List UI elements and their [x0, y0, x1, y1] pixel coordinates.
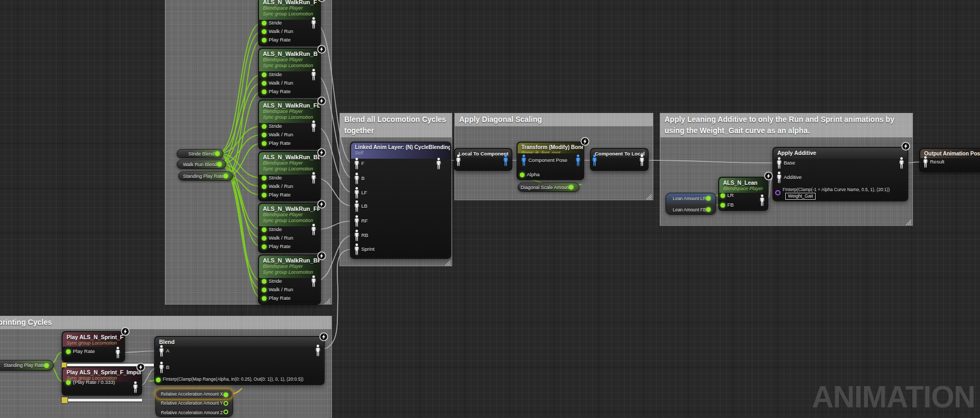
node-header: ALS_N_WalkRun_FRBlendspace PlayerSync gr…	[259, 204, 320, 226]
pose-pin-icon[interactable]	[311, 17, 317, 31]
pose-pin-icon[interactable]	[311, 172, 317, 186]
variable-row[interactable]: Relative Acceleration Amount Y	[156, 399, 232, 408]
pose-pin-icon[interactable]	[132, 381, 138, 395]
float-pin[interactable]	[66, 380, 71, 385]
float-pin[interactable]	[262, 296, 267, 301]
float-pin[interactable]	[217, 162, 222, 167]
pose-pin-icon[interactable]	[159, 345, 164, 359]
float-pin[interactable]	[262, 176, 267, 181]
float-pin[interactable]	[262, 21, 267, 26]
component-pose-pin-icon[interactable]	[503, 154, 509, 168]
node-subtitle: Sync group Locomotion	[259, 166, 320, 172]
component-pose-pin-icon[interactable]	[521, 154, 527, 168]
pin-label: Stride	[269, 20, 282, 26]
pose-pin-icon[interactable]	[115, 347, 121, 360]
float-pin[interactable]	[262, 141, 267, 146]
pulse-badge	[317, 148, 326, 157]
pose-pin-icon[interactable]	[923, 156, 928, 170]
variable-row[interactable]: Relative Acceleration Amount X	[156, 389, 232, 399]
float-pin[interactable]	[262, 193, 267, 198]
node-title: Blend	[155, 337, 323, 345]
float-pin[interactable]	[156, 378, 161, 382]
node-subtitle: Sync group Locomotion	[259, 218, 320, 224]
pin-label: B	[361, 175, 364, 181]
component-pose-pin-icon[interactable]	[592, 154, 597, 168]
node-subtitle: Sync group Locomotion	[259, 269, 320, 275]
variable-row[interactable]: Relative Acceleration Amount Z	[156, 408, 232, 417]
pulse-badge	[764, 171, 773, 181]
float-pin[interactable]	[520, 173, 525, 177]
pose-pin-icon[interactable]	[639, 154, 645, 168]
float-pin[interactable]	[569, 185, 574, 190]
pose-pin-icon[interactable]	[311, 120, 317, 134]
float-pin[interactable]	[262, 38, 267, 43]
float-pin[interactable]	[262, 227, 267, 232]
pose-pin-icon[interactable]	[354, 230, 360, 243]
node-title: Output Animation Pose	[920, 149, 980, 157]
pulse-badge	[317, 0, 326, 2]
float-pin[interactable]	[262, 288, 267, 292]
float-pin[interactable]	[262, 29, 267, 34]
float-pin[interactable]	[706, 196, 711, 201]
float-pin[interactable]	[223, 392, 228, 397]
pose-pin-icon[interactable]	[311, 224, 317, 237]
alpha-pin[interactable]	[775, 190, 780, 195]
pose-pin-icon[interactable]	[354, 158, 360, 171]
pose-pin-icon[interactable]	[436, 158, 442, 171]
pose-pin-icon[interactable]	[315, 345, 321, 358]
pin-label: A	[166, 348, 169, 354]
pose-pin-icon[interactable]	[899, 157, 904, 171]
pose-pin-icon[interactable]	[354, 243, 360, 257]
pulse-badge	[317, 96, 326, 105]
float-pin[interactable]	[223, 174, 228, 178]
node-title: ALS_N_WalkRun_BR	[259, 256, 320, 264]
float-pin[interactable]	[262, 72, 267, 77]
node-header: Blend	[155, 337, 323, 347]
component-pose-pin-icon[interactable]	[575, 154, 581, 168]
pose-pin-icon[interactable]	[159, 362, 164, 375]
float-pin[interactable]	[720, 193, 725, 198]
pose-pin-icon[interactable]	[776, 157, 782, 171]
node-title: ALS_N_WalkRun_FR	[259, 204, 320, 212]
float-pin[interactable]	[262, 89, 267, 94]
pose-pin-icon[interactable]	[354, 187, 360, 201]
pose-pin-icon[interactable]	[776, 171, 782, 185]
float-pin[interactable]	[262, 124, 267, 129]
pin-label: Play Rate	[269, 192, 290, 198]
float-pin[interactable]	[262, 184, 267, 189]
pose-pin-icon[interactable]	[354, 215, 360, 229]
float-pin[interactable]	[720, 203, 725, 208]
pose-pin-icon[interactable]	[759, 194, 765, 208]
playback-position-marker	[62, 363, 67, 367]
float-pin[interactable]	[706, 207, 711, 212]
pin-label: Walk / Run	[269, 28, 293, 34]
animgraph-canvas[interactable]: ANIMATION Blend all Locomotion Cycles to…	[0, 0, 980, 418]
curve-name-input[interactable]: Weight_Gait	[785, 193, 816, 200]
float-pin[interactable]	[66, 349, 71, 354]
node-subtitle: Blendspace Player	[719, 186, 767, 192]
pose-pin-icon[interactable]	[455, 154, 461, 168]
pin-label: (Play Rate / 0.333)	[73, 379, 115, 385]
float-pin[interactable]	[223, 401, 228, 406]
float-pin[interactable]	[44, 363, 49, 368]
pin-label: Component Pose	[528, 157, 567, 163]
float-pin[interactable]	[262, 81, 267, 86]
pulse-badge	[580, 137, 589, 146]
node-subtitle: Blendspace Player	[259, 264, 320, 269]
pose-pin-icon[interactable]	[354, 200, 360, 214]
float-pin[interactable]	[262, 244, 267, 249]
float-pin[interactable]	[262, 133, 267, 137]
float-pin[interactable]	[262, 236, 267, 241]
node-output-animation-pose[interactable]: Output Animation Pose	[919, 148, 980, 172]
node-header: Linked Anim Layer: (N) CycleBlendingSelf	[351, 143, 450, 159]
variable-group-relative-acceleration-amounts[interactable]: Relative Acceleration Amount XRelative A…	[155, 389, 233, 417]
pin-label: Stride	[269, 175, 282, 181]
pose-pin-icon[interactable]	[311, 69, 317, 83]
float-pin[interactable]	[215, 151, 220, 156]
float-pin[interactable]	[223, 409, 228, 414]
float-pin[interactable]	[262, 279, 267, 284]
pin-label: Play Rate	[269, 243, 290, 249]
pose-pin-icon[interactable]	[311, 275, 317, 289]
pulse-badge	[317, 251, 326, 260]
pose-pin-icon[interactable]	[354, 173, 360, 186]
